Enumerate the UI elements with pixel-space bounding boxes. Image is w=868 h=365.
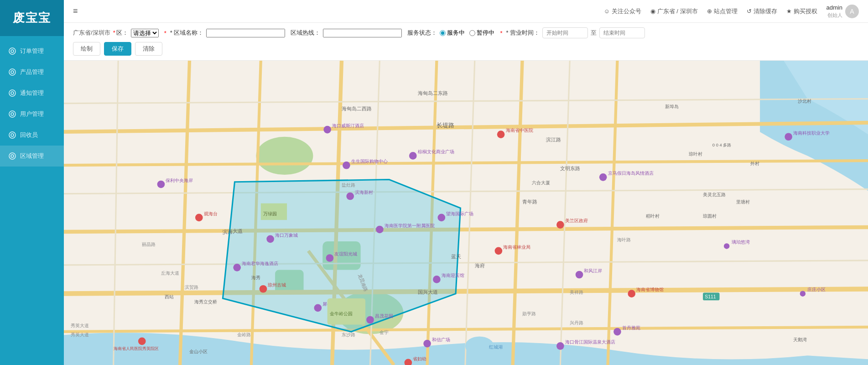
svg-point-6 <box>9 111 16 117</box>
svg-text:生生国际购物中心: 生生国际购物中心 <box>351 159 388 164</box>
svg-point-53 <box>376 226 384 234</box>
user-name: admin <box>826 4 842 12</box>
svg-point-110 <box>613 328 621 336</box>
svg-text:天鹅湾: 天鹅湾 <box>793 337 807 342</box>
svg-text:沙北村: 沙北村 <box>798 99 811 104</box>
required-mark-name: * <box>164 30 166 36</box>
end-time-input[interactable] <box>599 27 645 38</box>
hotline-label: 区域热线： <box>291 29 320 37</box>
status-active-option[interactable]: 服务中 <box>440 29 465 37</box>
svg-point-97 <box>423 340 431 348</box>
notices-icon <box>8 89 16 97</box>
controls-area: 广东省/深圳市 区： 请选择 * * 区域名称： 区域热线： 服务状态： <box>64 23 868 61</box>
avatar: A <box>845 5 859 18</box>
svg-point-113 <box>800 291 806 297</box>
required-mark-time: * <box>500 30 502 36</box>
svg-text:青年路: 青年路 <box>522 199 537 204</box>
time-separator: 至 <box>591 29 597 37</box>
svg-point-57 <box>495 247 503 255</box>
svg-text:庄庄小区: 庄庄小区 <box>807 287 826 292</box>
user-menu[interactable]: admin 创始人 A <box>826 4 859 18</box>
svg-text:丘海大道: 丘海大道 <box>161 271 179 276</box>
svg-text:盐灶路: 盐灶路 <box>342 182 355 188</box>
sidebar-item-areas[interactable]: 区域管理 <box>0 146 64 167</box>
svg-text:金岭路: 金岭路 <box>237 332 251 337</box>
sidebar-item-notices[interactable]: 通知管理 <box>0 83 64 104</box>
sidebar-item-areas-label: 区域管理 <box>20 152 44 160</box>
svg-text:蓝天: 蓝天 <box>451 254 461 259</box>
svg-text:兴丹路: 兴丹路 <box>570 320 583 325</box>
map-container[interactable]: 海甸岛二东路 海甸岛二西路 长堤路 滨江路 文明东路 青年路 海口威斯汀酒店 海… <box>64 61 868 365</box>
svg-point-4 <box>9 90 16 96</box>
save-button[interactable]: 保存 <box>104 42 131 56</box>
svg-text:棕榈文化商业广场: 棕榈文化商业广场 <box>418 149 454 154</box>
svg-point-7 <box>11 113 14 115</box>
svg-text:保利中央海岸: 保利中央海岸 <box>166 178 193 183</box>
svg-point-55 <box>437 214 445 222</box>
service-status-group: 服务状态： 服务中 暂停中 <box>407 29 494 37</box>
svg-text:海南科技职业大学: 海南科技职业大学 <box>793 130 830 136</box>
svg-point-11 <box>11 155 14 157</box>
svg-point-83 <box>556 221 564 229</box>
svg-point-91 <box>628 290 635 297</box>
service-status-label: 服务状态： <box>407 29 437 37</box>
svg-text:东沙路: 东沙路 <box>342 332 355 337</box>
clear-button[interactable]: 清除 <box>135 42 162 56</box>
svg-text:文明东路: 文明东路 <box>560 166 580 171</box>
svg-text:和信广场: 和信广场 <box>432 337 450 342</box>
clear-cache-action[interactable]: ↺ 清除缓存 <box>747 7 777 16</box>
svg-text:京马假日海岛风情酒店: 京马假日海岛风情酒店 <box>608 171 654 176</box>
sidebar-item-orders[interactable]: 订单管理 <box>0 41 64 62</box>
sidebar-item-products[interactable]: 产品管理 <box>0 62 64 83</box>
user-role: 创始人 <box>826 12 842 18</box>
svg-text:海南医学院第一附属医院: 海南医学院第一附属医院 <box>385 223 435 228</box>
location-action[interactable]: ◉ 广东省 / 深圳市 <box>650 7 698 16</box>
areas-icon <box>8 152 16 160</box>
status-paused-label: 暂停中 <box>477 29 494 37</box>
svg-text:海秀: 海秀 <box>251 275 260 280</box>
topbar-left: ≡ <box>73 6 78 16</box>
svg-text:美灵北五路: 美灵北五路 <box>703 192 726 197</box>
svg-point-93 <box>366 316 374 324</box>
draw-button[interactable]: 绘制 <box>73 42 100 56</box>
svg-point-65 <box>233 264 241 271</box>
svg-text:海南省林业局: 海南省林业局 <box>503 245 530 250</box>
svg-text:六合大厦: 六合大厦 <box>532 180 550 185</box>
svg-point-1 <box>11 50 14 52</box>
status-active-radio[interactable] <box>440 30 446 36</box>
svg-point-5 <box>11 92 14 94</box>
status-paused-radio[interactable] <box>469 30 475 36</box>
svg-text:海南省中医院: 海南省中医院 <box>506 128 533 133</box>
menu-toggle-icon[interactable]: ≡ <box>73 6 78 16</box>
hotline-input[interactable] <box>323 29 402 37</box>
svg-text:海口万象城: 海口万象城 <box>275 233 298 238</box>
site-manage-label: 站点管理 <box>714 7 738 16</box>
district-select[interactable]: 请选择 <box>131 29 159 37</box>
svg-text:琼叶村: 琼叶村 <box>689 151 702 156</box>
follow-wechat-action[interactable]: ☺ 关注公众号 <box>603 7 641 16</box>
sidebar-item-users[interactable]: 用户管理 <box>0 104 64 125</box>
svg-point-95 <box>556 342 564 350</box>
status-paused-option[interactable]: 暂停中 <box>469 29 494 37</box>
site-manage-action[interactable]: ⊕ 站点管理 <box>707 7 738 16</box>
svg-point-87 <box>785 133 792 141</box>
svg-text:外村: 外村 <box>750 161 759 166</box>
sidebar-item-notices-label: 通知管理 <box>20 89 44 97</box>
main-content: ≡ ☺ 关注公众号 ◉ 广东省 / 深圳市 ⊕ 站点管理 ↺ 清除缓存 ★ 购买… <box>64 0 868 365</box>
svg-point-59 <box>433 276 441 283</box>
svg-point-69 <box>314 304 322 312</box>
sidebar-item-recyclers[interactable]: 回收员 <box>0 125 64 146</box>
svg-text:首丹雅苑: 首丹雅苑 <box>622 325 640 330</box>
svg-text:西站: 西站 <box>165 294 174 299</box>
svg-text:海口威斯汀酒店: 海口威斯汀酒店 <box>332 123 364 128</box>
breadcrumb-group: 广东省/深圳市 区： 请选择 <box>73 29 159 37</box>
area-name-input[interactable] <box>206 29 285 37</box>
topbar-right: ☺ 关注公众号 ◉ 广东省 / 深圳市 ⊕ 站点管理 ↺ 清除缓存 ★ 购买授权 <box>603 4 859 18</box>
buy-auth-action[interactable]: ★ 购买授权 <box>786 7 817 16</box>
start-time-input[interactable] <box>542 27 588 38</box>
svg-text:金牛岭公园: 金牛岭公园 <box>330 311 353 316</box>
svg-text:滨海新村: 滨海新村 <box>355 190 373 195</box>
svg-text:海叶路: 海叶路 <box>617 237 631 242</box>
svg-text:滨江路: 滨江路 <box>546 137 561 142</box>
location-label: 广东省 / 深圳市 <box>657 7 698 16</box>
